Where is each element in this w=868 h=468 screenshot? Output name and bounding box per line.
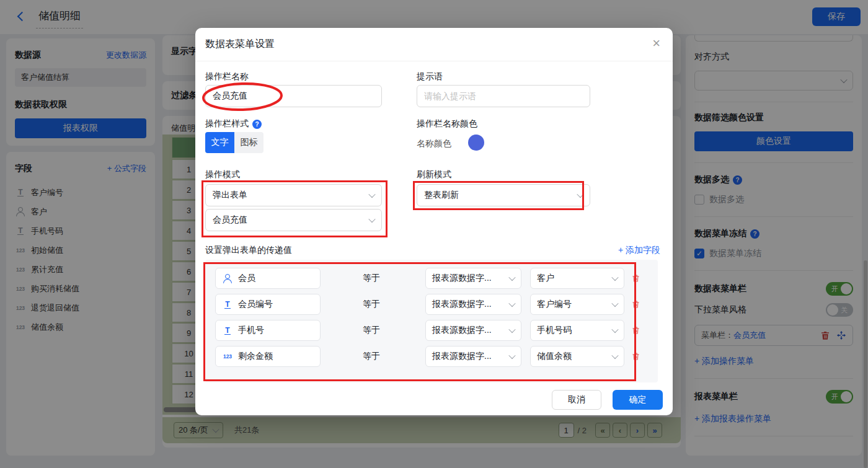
modal-title: 数据表菜单设置 <box>205 38 275 51</box>
style-option-icon[interactable]: 图标 <box>234 132 264 153</box>
op-mode-label: 操作模式 <box>205 169 240 180</box>
field-type-icon <box>222 326 233 335</box>
transfer-source-value: 报表源数据字... <box>432 325 492 336</box>
equals-label: 等于 <box>363 299 380 310</box>
transfer-source-value: 报表源数据字... <box>432 351 492 362</box>
chevron-down-icon <box>368 191 375 198</box>
chevron-down-icon <box>508 300 515 307</box>
name-color-swatch[interactable] <box>468 135 484 151</box>
transfer-source-select[interactable]: 报表源数据字... <box>425 320 521 341</box>
transfer-source-select[interactable]: 报表源数据字... <box>425 268 521 289</box>
chevron-down-icon <box>508 326 515 333</box>
transfer-value-select[interactable]: 客户编号 <box>530 294 624 315</box>
chevron-down-icon <box>611 300 618 307</box>
op-mode-select[interactable]: 弹出表单 <box>205 184 382 206</box>
transfer-field-name: 手机号 <box>238 325 264 336</box>
chevron-down-icon <box>611 274 618 281</box>
add-field-link[interactable]: + 添加字段 <box>618 245 660 256</box>
table-menu-settings-modal: 数据表菜单设置 × 操作栏名称 提示语 操作栏样式 ? 文字 图标 操作栏名称颜… <box>195 28 673 415</box>
transfer-rows-panel: 会员 等于 报表源数据字... 客户 会员编号 <box>205 260 658 382</box>
refresh-mode-label: 刷新模式 <box>417 169 451 180</box>
equals-label: 等于 <box>363 273 380 284</box>
modal-header: 数据表菜单设置 × <box>195 28 673 61</box>
transfer-value-select[interactable]: 储值余额 <box>530 346 624 367</box>
delete-row-icon[interactable] <box>631 299 640 309</box>
chevron-down-icon <box>508 274 515 281</box>
field-type-icon <box>222 300 233 309</box>
style-segmented-control: 文字 图标 <box>205 132 264 153</box>
style-option-text[interactable]: 文字 <box>205 132 234 153</box>
chevron-down-icon <box>611 352 618 359</box>
style-label-text: 操作栏样式 <box>205 118 249 130</box>
field-type-icon <box>222 352 233 361</box>
chevron-down-icon <box>577 191 583 198</box>
help-icon[interactable]: ? <box>252 120 262 129</box>
transfer-value-select[interactable]: 手机号码 <box>530 320 624 341</box>
op-mode-form-select[interactable]: 会员充值 <box>205 209 382 231</box>
field-type-icon <box>222 274 233 283</box>
cancel-button[interactable]: 取消 <box>552 390 601 410</box>
transfer-value-value: 手机号码 <box>537 325 572 336</box>
refresh-mode-select[interactable]: 整表刷新 <box>417 184 590 206</box>
transfer-value-value: 客户编号 <box>537 299 572 310</box>
chevron-down-icon <box>368 216 375 223</box>
window-scrollbar[interactable] <box>864 260 867 468</box>
op-mode-value: 弹出表单 <box>213 190 247 201</box>
transfer-field-box[interactable]: 手机号 <box>215 320 321 341</box>
transfer-row: 剩余金额 等于 报表源数据字... 储值余额 <box>215 346 648 367</box>
transfer-source-value: 报表源数据字... <box>432 299 492 310</box>
action-name-label: 操作栏名称 <box>205 71 249 82</box>
transfer-field-box[interactable]: 会员编号 <box>215 294 321 315</box>
report-designer-app: 储值明细 保存 数据源 更改数据源 客户储值结算 数据获取权限 报表权限 字段 … <box>0 0 868 468</box>
tooltip-label: 提示语 <box>417 71 443 82</box>
ok-button[interactable]: 确定 <box>613 390 663 410</box>
style-label: 操作栏样式 ? <box>205 118 262 130</box>
tooltip-input[interactable] <box>417 85 590 107</box>
transfer-field-name: 会员 <box>238 273 255 284</box>
transfer-source-select[interactable]: 报表源数据字... <box>425 346 521 367</box>
transfer-field-name: 剩余金额 <box>238 351 273 362</box>
transfer-field-box[interactable]: 会员 <box>215 268 321 289</box>
op-mode-form-value: 会员充值 <box>213 214 247 226</box>
transfer-source-value: 报表源数据字... <box>432 273 492 284</box>
transfer-title: 设置弹出表单的传递值 <box>205 245 292 256</box>
chevron-down-icon <box>508 352 515 359</box>
transfer-source-select[interactable]: 报表源数据字... <box>425 294 521 315</box>
transfer-value-value: 储值余额 <box>537 351 572 362</box>
refresh-mode-value: 整表刷新 <box>424 190 459 201</box>
action-name-input[interactable] <box>205 85 382 107</box>
transfer-row: 手机号 等于 报表源数据字... 手机号码 <box>215 320 648 341</box>
name-color-title: 操作栏名称颜色 <box>417 118 477 130</box>
equals-label: 等于 <box>363 325 380 336</box>
delete-row-icon[interactable] <box>631 351 640 361</box>
transfer-value-value: 客户 <box>537 273 554 284</box>
transfer-row: 会员 等于 报表源数据字... 客户 <box>215 268 648 289</box>
transfer-row: 会员编号 等于 报表源数据字... 客户编号 <box>215 294 648 315</box>
transfer-field-box[interactable]: 剩余金额 <box>215 346 321 367</box>
delete-row-icon[interactable] <box>631 325 640 335</box>
transfer-field-name: 会员编号 <box>238 299 273 310</box>
chevron-down-icon <box>611 326 618 333</box>
equals-label: 等于 <box>363 351 380 362</box>
close-icon[interactable]: × <box>652 37 660 50</box>
delete-row-icon[interactable] <box>631 273 640 283</box>
transfer-value-select[interactable]: 客户 <box>530 268 624 289</box>
name-color-label: 名称颜色 <box>417 138 451 149</box>
